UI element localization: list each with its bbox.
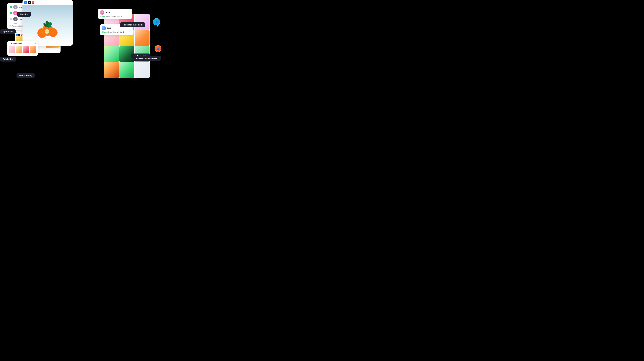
- file-label-3: image003.jpg: [23, 53, 29, 54]
- anna-name: Anna: [106, 12, 110, 13]
- feedback-card-anna: A Anna @Mark is this post good to go?: [98, 9, 132, 19]
- post-scheduled-badge: 🕐 Post scheduled: [7, 25, 24, 28]
- main-post-header: f 𝕏 ◎: [22, 0, 73, 5]
- anna-user-row: A Anna: [100, 10, 130, 15]
- upload-close-button[interactable]: ×: [35, 43, 36, 44]
- orange-illustration: [34, 8, 62, 40]
- upload-header: ⬆ Upload media ×: [9, 43, 36, 45]
- collab-avatar-2: 👤: [155, 46, 161, 52]
- media-library-badge: Media library: [16, 73, 35, 78]
- grid-cell-11: [119, 62, 134, 78]
- post-twitter-icon: 𝕏: [28, 1, 31, 4]
- upload-title-row: ⬆ Upload media: [9, 43, 22, 45]
- grid-cell-10: [104, 62, 119, 78]
- connector-jack: [11, 8, 11, 10]
- arrow-pointer-1: ▼: [156, 25, 159, 28]
- upload-media-card: ⬆ Upload media × image001.jpg image002.j…: [7, 41, 38, 56]
- upload-icon: ⬆: [9, 43, 10, 45]
- upload-thumb-1: [9, 46, 16, 53]
- file-label-4: image004.jpg: [30, 53, 36, 54]
- name-jack: Jack: [19, 7, 22, 8]
- connector-samuel: [11, 20, 11, 22]
- mark-mention: @Anna: [102, 31, 107, 33]
- planning-badge: Planning: [17, 12, 31, 17]
- facebook-icon: f: [16, 34, 18, 36]
- approvals-badge: Approvals: [0, 29, 16, 34]
- upload-thumb-2: [16, 46, 22, 53]
- anna-message: @Mark is this post good to go?: [100, 16, 130, 18]
- grid-cell-7: [104, 46, 119, 62]
- grid-cell-3: [135, 14, 150, 30]
- publishing-badge: Publishing: [0, 57, 16, 62]
- file-label-1: image001.jpg: [9, 53, 16, 54]
- main-scene: Approvals Publishing ✓ J Jack ✓ I Ingrid…: [0, 0, 161, 90]
- cross-company-collab-badge: Cross-company collab: [134, 56, 161, 61]
- grid-cell-6: [135, 30, 150, 46]
- post-instagram-icon: ◎: [32, 1, 34, 4]
- connector-ingrid: [11, 14, 11, 16]
- mark-avatar: M: [102, 26, 106, 30]
- mark-name: Mark: [107, 27, 111, 29]
- anna-mention: @Mark: [100, 16, 105, 17]
- upload-title-text: Upload media: [11, 43, 22, 44]
- main-post-card: f 𝕏 ◎: [22, 0, 73, 46]
- post-facebook-icon: f: [24, 1, 27, 4]
- file-label-2: image002.jpg: [16, 53, 22, 54]
- upload-thumb-3: [23, 46, 29, 53]
- grid-cell-12: [135, 62, 150, 78]
- anna-avatar: A: [100, 10, 104, 15]
- main-post-image: [22, 5, 73, 43]
- feedback-in-context-badge: Feedback in context: [120, 22, 145, 27]
- post-scheduled-text: Post scheduled: [12, 25, 22, 27]
- upload-file-labels: image001.jpg image002.jpg image003.jpg i…: [9, 53, 36, 54]
- collab-avatar-1: 👤: [154, 19, 160, 25]
- mark-message: @Anna all good let's schedule it.: [102, 31, 132, 33]
- clock-icon: 🕐: [9, 25, 11, 27]
- avatar-samuel: S: [13, 17, 18, 22]
- instagram-icon-2: ◎: [20, 34, 22, 36]
- avatar-jack: J: [13, 5, 18, 10]
- upload-thumbnails: [9, 46, 36, 53]
- upload-thumb-4: [30, 46, 36, 53]
- twitter-icon: 𝕏: [18, 34, 20, 36]
